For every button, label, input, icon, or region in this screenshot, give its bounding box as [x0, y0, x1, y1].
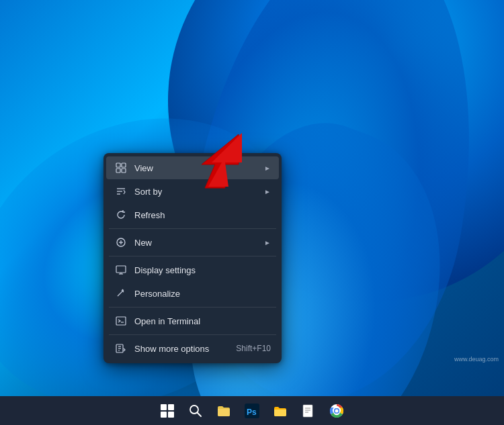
view-arrow: ► [264, 164, 271, 172]
svg-rect-2 [116, 169, 120, 173]
sort-arrow: ► [264, 188, 271, 195]
menu-item-new[interactable]: New ► [106, 231, 279, 254]
terminal-icon [114, 314, 128, 328]
note-icon [302, 404, 315, 418]
search-icon [189, 404, 202, 418]
new-label: New [134, 238, 264, 248]
svg-text:Ps: Ps [247, 408, 257, 417]
svg-point-22 [190, 406, 198, 414]
menu-item-more[interactable]: Show more options Shift+F10 [106, 337, 279, 360]
chrome-button[interactable] [324, 398, 349, 424]
view-label: View [134, 163, 264, 173]
folder-icon [216, 404, 231, 418]
more-icon [114, 342, 128, 355]
svg-rect-10 [116, 266, 126, 273]
sort-label: Sort by [134, 187, 264, 197]
refresh-icon [114, 208, 128, 222]
personalize-label: Personalize [134, 289, 271, 299]
divider-3 [109, 307, 276, 308]
divider-2 [109, 256, 276, 256]
watermark: www.deuag.com [454, 356, 499, 363]
notepad-button[interactable] [296, 398, 321, 424]
personalize-icon [114, 287, 128, 300]
windows-logo [161, 404, 174, 418]
svg-rect-1 [122, 163, 126, 167]
view-icon [114, 161, 128, 175]
photoshop-button[interactable]: Ps [239, 398, 265, 424]
display-icon [114, 263, 128, 277]
taskbar: Ps [0, 396, 504, 425]
context-menu: View ► Sort by ► [103, 153, 282, 363]
file-explorer-button[interactable] [211, 398, 237, 424]
more-shortcut: Shift+F10 [236, 344, 271, 353]
menu-item-display[interactable]: Display settings [106, 258, 279, 281]
menu-item-view[interactable]: View ► [106, 156, 279, 179]
svg-point-33 [335, 409, 339, 412]
divider-1 [109, 228, 276, 229]
sort-icon [114, 185, 128, 198]
menu-item-refresh[interactable]: Refresh [106, 203, 279, 226]
new-arrow: ► [264, 239, 271, 246]
svg-rect-3 [122, 169, 126, 173]
menu-item-terminal[interactable]: Open in Terminal [106, 310, 279, 332]
folders-button[interactable] [267, 398, 293, 424]
ps-icon: Ps [245, 404, 259, 418]
desktop: View ► Sort by ► [0, 0, 504, 396]
menu-item-personalize[interactable]: Personalize [106, 282, 279, 305]
svg-rect-0 [116, 163, 120, 167]
chrome-icon [329, 404, 344, 418]
menu-item-sort[interactable]: Sort by ► [106, 180, 279, 203]
more-label: Show more options [134, 344, 236, 354]
refresh-label: Refresh [134, 210, 271, 220]
terminal-label: Open in Terminal [134, 316, 271, 326]
divider-4 [109, 334, 276, 335]
new-icon [114, 236, 128, 249]
svg-line-23 [198, 413, 201, 416]
start-button[interactable] [155, 398, 180, 424]
search-button[interactable] [183, 398, 208, 424]
folder2-icon [273, 404, 288, 418]
display-label: Display settings [134, 265, 271, 275]
svg-rect-26 [303, 405, 312, 417]
